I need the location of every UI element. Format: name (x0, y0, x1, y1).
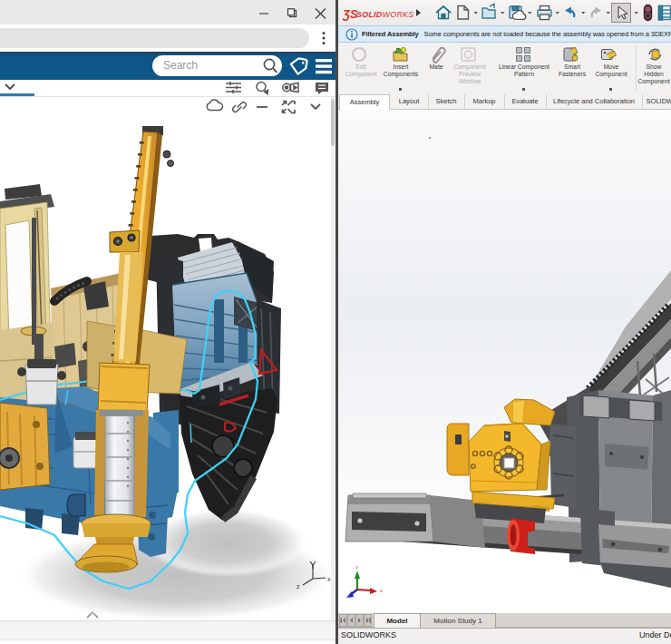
svg-text:SOLIDWORKS: SOLIDWORKS (356, 10, 414, 19)
svg-text:y: y (355, 564, 358, 570)
svg-text:z: z (297, 583, 300, 590)
svg-text:x: x (380, 588, 383, 593)
